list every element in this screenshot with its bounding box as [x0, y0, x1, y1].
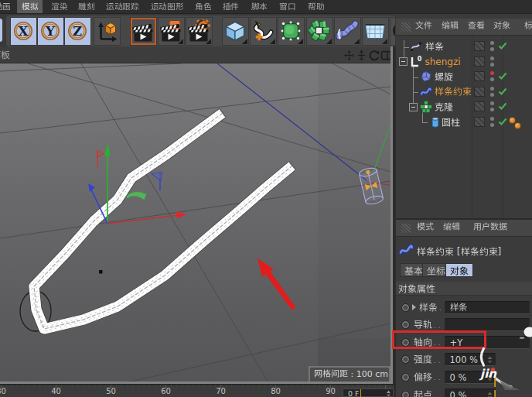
attr-field-num[interactable]: 100 %100 %	[445, 353, 496, 366]
am-menu-1[interactable]: 模式	[417, 222, 434, 232]
current-frame-field[interactable]: 0 F0 F	[343, 388, 394, 397]
attribute-section-header[interactable]: 对象属性	[396, 282, 532, 296]
menu-item-2[interactable]: 模拟	[17, 0, 43, 13]
timeline-ruler[interactable]: 3030404050506060707080809090	[0, 384, 394, 397]
panel-drag-handle-icon[interactable]	[401, 22, 411, 32]
keyframe-circle[interactable]	[401, 391, 410, 397]
editor-visibility-dot[interactable]	[490, 56, 494, 60]
object-row-克隆[interactable]: 克隆	[396, 99, 532, 115]
object-tag-orange-ball[interactable]	[509, 117, 516, 124]
enable-check-icon[interactable]	[498, 102, 507, 111]
frame-spinner-icon[interactable]	[386, 390, 391, 397]
menu-item-8[interactable]: 插件	[218, 0, 244, 13]
om-menu-3[interactable]: 查看	[468, 21, 485, 31]
enable-check-icon[interactable]	[498, 42, 507, 50]
expand-toggle[interactable]	[399, 57, 408, 66]
editor-visibility-dot[interactable]	[490, 87, 494, 91]
menu-item-7[interactable]: 角色	[190, 0, 216, 13]
object-label[interactable]: 螺旋	[435, 71, 453, 82]
toolbar-axis-z-button[interactable]: Z	[64, 17, 91, 46]
object-tag-orange-ball[interactable]	[514, 122, 521, 129]
menu-item-3[interactable]: 渲染	[46, 0, 72, 13]
keyframe-circle[interactable]	[401, 373, 410, 382]
toolbar-render-settings-button[interactable]	[186, 17, 213, 46]
layer-chip[interactable]	[474, 101, 485, 111]
menu-item-5[interactable]: 运动跟踪	[101, 0, 144, 13]
keyframe-circle[interactable]	[401, 355, 410, 364]
object-label[interactable]: shengzishengzi	[425, 56, 461, 67]
tab-3[interactable]: 对象	[445, 263, 473, 277]
render-visibility-dot[interactable]	[490, 123, 494, 127]
viewport-canvas[interactable]: 网格间距 : 100 cm : 100 cm	[0, 63, 390, 382]
editor-visibility-dot[interactable]	[490, 71, 494, 75]
object-row-样条约束[interactable]: 样条约束	[396, 84, 532, 100]
field-spinner-icon[interactable]	[487, 356, 493, 364]
layer-chip[interactable]	[474, 87, 485, 97]
enable-check-icon[interactable]	[498, 118, 507, 126]
toolbar-clipped-button[interactable]	[0, 19, 2, 42]
menu-item-4[interactable]: 雕刻	[73, 0, 99, 13]
render-visibility-dot[interactable]	[490, 93, 494, 97]
attr-field-num[interactable]: 0 %0 %	[445, 371, 496, 384]
render-visibility-dot[interactable]	[490, 77, 494, 81]
enable-check-icon[interactable]	[498, 72, 507, 80]
expand-arrow-icon[interactable]	[412, 304, 416, 310]
attribute-title: 样条约束 [样条约束] []	[417, 246, 501, 257]
field-spinner-icon[interactable]	[487, 392, 493, 397]
menu-item-1[interactable]: 动画	[0, 0, 15, 13]
keyframe-circle[interactable]	[401, 320, 410, 329]
menu-item-9[interactable]: 脚本	[247, 0, 272, 13]
object-label[interactable]: 圆柱	[442, 117, 460, 128]
panel-drag-handle-icon[interactable]	[401, 224, 411, 233]
layer-chip[interactable]	[474, 41, 485, 51]
toolbar-deformer-button[interactable]	[334, 17, 361, 46]
am-menu-2[interactable]: 编辑	[443, 222, 460, 232]
viewport-pan-icon[interactable]	[343, 50, 355, 61]
keyframe-circle[interactable]	[401, 303, 410, 312]
om-menu-2[interactable]: 编辑	[442, 21, 459, 31]
field-spinner-icon[interactable]	[487, 374, 493, 382]
menu-item-11[interactable]: 帮助	[303, 0, 329, 13]
editor-visibility-dot[interactable]	[490, 41, 494, 45]
toolbar-axis-x-button[interactable]: X	[10, 17, 37, 46]
toolbar-coordinate-system-button[interactable]	[94, 17, 121, 46]
toolbar-mograph-cloner-button[interactable]	[306, 17, 333, 46]
enable-check-icon[interactable]	[498, 87, 507, 96]
object-label[interactable]: 克隆	[435, 101, 453, 112]
toolbar-floor-button[interactable]	[362, 17, 389, 46]
viewport-zoom-icon[interactable]	[356, 50, 367, 61]
object-row-螺旋[interactable]: 螺旋	[396, 69, 532, 84]
toolbar-add-cube-button[interactable]	[222, 17, 249, 46]
toolbar-render-view-button[interactable]	[130, 17, 157, 46]
toolbar-pen-spline-button[interactable]	[250, 17, 277, 46]
toolbar-axis-y-button[interactable]: Y	[37, 17, 64, 46]
toolbar-partial-button[interactable]	[390, 17, 395, 46]
object-label[interactable]: 样条	[425, 41, 444, 52]
am-menu-3[interactable]: 用户数据	[473, 222, 507, 232]
layer-chip[interactable]	[474, 71, 485, 81]
object-row-shengzi[interactable]: 0shengzishengzi	[396, 54, 532, 70]
toolbar-subdivision-surface-button[interactable]	[278, 17, 305, 46]
toolbar-render-picture-viewer-button[interactable]	[158, 17, 185, 46]
om-menu-5[interactable]: 标签	[524, 21, 532, 31]
render-visibility-dot[interactable]	[490, 63, 494, 67]
attr-field-link[interactable]: 样条	[445, 301, 530, 314]
menu-item-10[interactable]: 窗口	[275, 0, 300, 13]
attr-field-num[interactable]: 0 %0 %	[445, 388, 496, 397]
om-menu-4[interactable]: 对象	[493, 21, 510, 31]
viewport-rotate-icon[interactable]	[368, 50, 380, 61]
object-row-圆柱[interactable]: 圆柱	[396, 115, 532, 130]
render-visibility-dot[interactable]	[490, 108, 494, 111]
layer-chip[interactable]	[474, 117, 485, 127]
expand-toggle[interactable]	[409, 103, 418, 111]
viewport-panel-menu[interactable]: 面板面	[0, 49, 10, 62]
editor-visibility-dot[interactable]	[490, 117, 494, 121]
om-menu-1[interactable]: 文件	[415, 21, 432, 31]
object-label[interactable]: 样条约束	[435, 87, 472, 98]
render-visibility-dot[interactable]	[490, 47, 494, 51]
layer-chip[interactable]	[474, 56, 485, 67]
menu-item-6[interactable]: 运动图形	[146, 0, 189, 13]
editor-visibility-dot[interactable]	[490, 101, 494, 105]
object-row-样条[interactable]: 样条	[396, 39, 532, 54]
viewport-3d-scene[interactable]	[0, 63, 390, 382]
